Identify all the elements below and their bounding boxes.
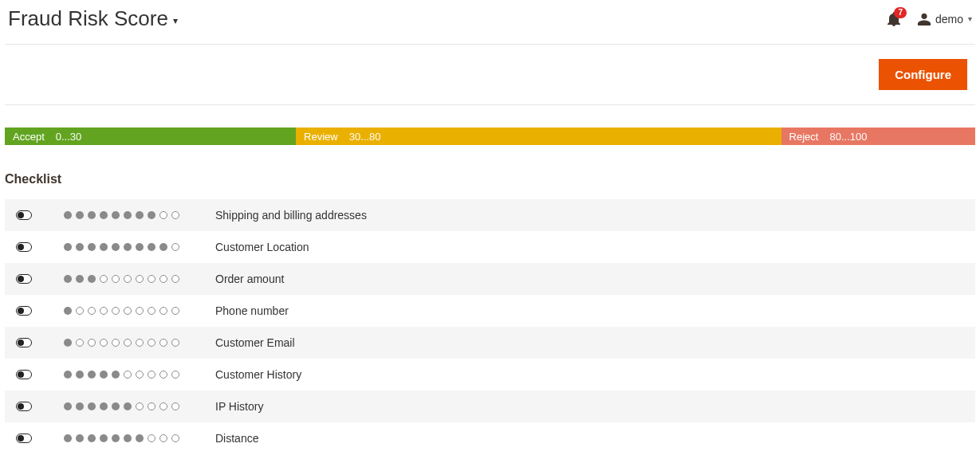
weight-dot[interactable] (112, 307, 120, 315)
toggle[interactable] (16, 242, 32, 252)
weight-dot[interactable] (76, 243, 84, 251)
weight-dot[interactable] (148, 307, 155, 315)
weight-dot[interactable] (88, 307, 96, 315)
weight-dot[interactable] (100, 275, 108, 283)
weight-dot[interactable] (88, 275, 96, 283)
weight-dot[interactable] (159, 307, 167, 315)
weight-dot[interactable] (100, 402, 108, 410)
weight-dot[interactable] (88, 211, 96, 219)
weight-dot[interactable] (159, 434, 167, 442)
weight-dot[interactable] (88, 371, 96, 379)
weight-dot[interactable] (171, 307, 179, 315)
weight-dot[interactable] (64, 434, 72, 442)
page-title-dropdown[interactable]: Fraud Risk Score ▾ (8, 6, 178, 31)
weight-dot[interactable] (159, 211, 167, 219)
weight-dot[interactable] (76, 211, 84, 219)
weight-dot[interactable] (136, 275, 144, 283)
weight-dots[interactable] (64, 275, 183, 283)
weight-dots[interactable] (64, 243, 183, 251)
weight-dot[interactable] (100, 434, 108, 442)
weight-dot[interactable] (148, 434, 155, 442)
weight-dot[interactable] (64, 307, 72, 315)
weight-dot[interactable] (148, 371, 155, 379)
weight-dot[interactable] (100, 371, 108, 379)
weight-dot[interactable] (76, 307, 84, 315)
weight-dot[interactable] (64, 275, 72, 283)
toggle[interactable] (16, 274, 32, 284)
toggle[interactable] (16, 370, 32, 379)
weight-dot[interactable] (148, 275, 155, 283)
toggle[interactable] (16, 338, 32, 347)
weight-dot[interactable] (64, 211, 72, 219)
toggle[interactable] (16, 306, 32, 316)
weight-dots[interactable] (64, 307, 183, 315)
weight-dots[interactable] (64, 371, 183, 379)
weight-dot[interactable] (159, 339, 167, 347)
weight-dot[interactable] (171, 402, 179, 410)
weight-dot[interactable] (112, 434, 120, 442)
toggle[interactable] (16, 210, 32, 220)
weight-dot[interactable] (124, 434, 132, 442)
weight-dot[interactable] (136, 371, 144, 379)
weight-dot[interactable] (88, 243, 96, 251)
user-menu[interactable]: demo ▾ (918, 13, 972, 26)
notifications-button[interactable]: 7 (888, 12, 900, 26)
weight-dot[interactable] (148, 211, 155, 219)
weight-dot[interactable] (159, 371, 167, 379)
weight-dot[interactable] (64, 243, 72, 251)
weight-dot[interactable] (124, 307, 132, 315)
weight-dot[interactable] (100, 339, 108, 347)
weight-dot[interactable] (159, 402, 167, 410)
toggle[interactable] (16, 434, 32, 443)
weight-dot[interactable] (76, 339, 84, 347)
weight-dot[interactable] (76, 275, 84, 283)
toggle[interactable] (16, 402, 32, 411)
weight-dot[interactable] (64, 402, 72, 410)
configure-button[interactable]: Configure (879, 59, 967, 90)
weight-dot[interactable] (76, 434, 84, 442)
weight-dot[interactable] (100, 307, 108, 315)
weight-dots[interactable] (64, 211, 183, 219)
weight-dot[interactable] (100, 211, 108, 219)
weight-dot[interactable] (171, 371, 179, 379)
weight-dot[interactable] (148, 339, 155, 347)
weight-dot[interactable] (171, 339, 179, 347)
weight-dot[interactable] (148, 402, 155, 410)
weight-dot[interactable] (112, 243, 120, 251)
weight-dot[interactable] (171, 243, 179, 251)
weight-dot[interactable] (112, 211, 120, 219)
weight-dot[interactable] (100, 243, 108, 251)
weight-dot[interactable] (171, 211, 179, 219)
weight-dot[interactable] (136, 434, 144, 442)
weight-dot[interactable] (88, 434, 96, 442)
weight-dot[interactable] (112, 371, 120, 379)
weight-dot[interactable] (112, 402, 120, 410)
weight-dot[interactable] (124, 402, 132, 410)
weight-dot[interactable] (124, 243, 132, 251)
weight-dots[interactable] (64, 339, 183, 347)
weight-dot[interactable] (136, 211, 144, 219)
weight-dot[interactable] (76, 402, 84, 410)
weight-dot[interactable] (159, 275, 167, 283)
weight-dot[interactable] (171, 434, 179, 442)
weight-dot[interactable] (171, 275, 179, 283)
weight-dot[interactable] (76, 371, 84, 379)
weight-dot[interactable] (159, 243, 167, 251)
weight-dot[interactable] (88, 339, 96, 347)
weight-dot[interactable] (136, 307, 144, 315)
weight-dot[interactable] (64, 339, 72, 347)
weight-dot[interactable] (136, 339, 144, 347)
weight-dots[interactable] (64, 434, 183, 442)
weight-dot[interactable] (88, 402, 96, 410)
weight-dot[interactable] (64, 371, 72, 379)
weight-dot[interactable] (124, 211, 132, 219)
weight-dot[interactable] (124, 275, 132, 283)
weight-dot[interactable] (136, 243, 144, 251)
weight-dot[interactable] (124, 371, 132, 379)
weight-dot[interactable] (112, 339, 120, 347)
weight-dot[interactable] (136, 402, 144, 410)
weight-dots[interactable] (64, 402, 183, 410)
weight-dot[interactable] (124, 339, 132, 347)
weight-dot[interactable] (112, 275, 120, 283)
weight-dot[interactable] (148, 243, 155, 251)
